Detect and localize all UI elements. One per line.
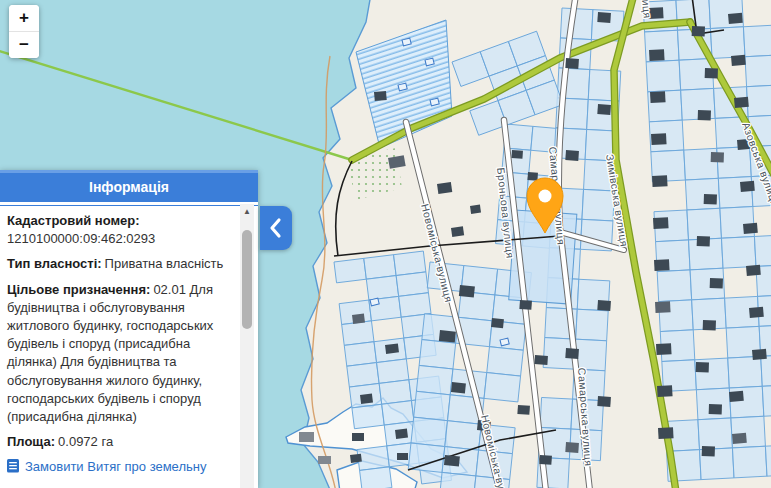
- scroll-up-arrow[interactable]: ▲: [240, 204, 254, 218]
- panel-header: Інформація: [0, 170, 258, 202]
- order-extract-link[interactable]: Замовити Витяг про земельну ділянку: [7, 458, 234, 474]
- zoom-control: + −: [9, 5, 39, 58]
- field-value: Приватна власність: [105, 256, 224, 271]
- scrollbar-thumb[interactable]: [242, 230, 252, 329]
- field-ownership-type: Тип власності:Приватна власність: [7, 255, 234, 273]
- zoom-out-button[interactable]: −: [9, 32, 39, 58]
- field-value: 02.01 Для будівництва і обслуговування ж…: [7, 282, 213, 424]
- field-label: Кадастровий номер:: [7, 213, 140, 228]
- cadastral-map-app: Броньова вулиця Самарська вулиця Самарсь…: [0, 0, 771, 488]
- document-list-icon: [7, 459, 20, 473]
- zoom-in-button[interactable]: +: [9, 5, 39, 31]
- field-label: Площа:: [7, 434, 55, 449]
- field-value: 0.0972 га: [58, 434, 113, 449]
- panel-title: Інформація: [89, 179, 169, 195]
- info-panel: Інформація Кадастровий номер: 1210100000…: [0, 170, 258, 488]
- link-label: Замовити Витяг про земельну ділянку: [7, 459, 206, 474]
- panel-collapse-button[interactable]: [260, 206, 292, 250]
- field-area: Площа:0.0972 га: [7, 433, 234, 451]
- chevron-left-icon: [260, 206, 292, 250]
- field-value: 1210100000:09:462:0293: [7, 231, 155, 246]
- field-designated-purpose: Цільове призначення:02.01 Для будівництв…: [7, 281, 234, 427]
- field-label: Цільове призначення:: [7, 282, 150, 297]
- panel-body: Кадастровий номер: 1210100000:09:462:029…: [0, 206, 258, 474]
- field-label: Тип власності:: [7, 256, 102, 271]
- field-cadastral-number: Кадастровий номер: 1210100000:09:462:029…: [7, 212, 234, 248]
